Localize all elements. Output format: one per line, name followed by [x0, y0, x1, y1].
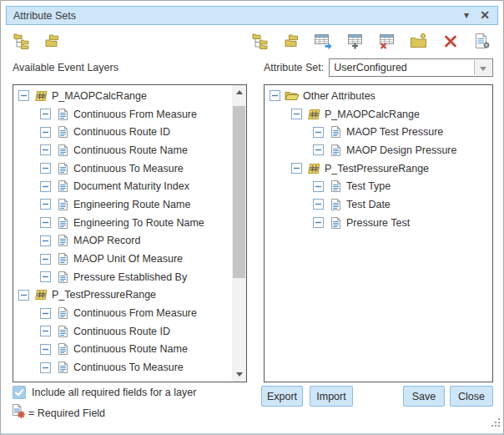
collapse-minus-icon[interactable] — [313, 127, 324, 138]
collapse-minus-icon[interactable] — [40, 199, 51, 210]
open-layer-folders-icon[interactable] — [43, 32, 63, 50]
tree-item-continuous-route-id[interactable]: Continuous Route ID — [13, 322, 246, 341]
collapse-minus-icon[interactable] — [40, 144, 51, 155]
tree-item-label: Continuous Route ID — [73, 126, 170, 138]
collapse-minus-icon[interactable] — [18, 290, 29, 301]
tree-item-label: P_MAOPCalcRange — [325, 109, 420, 120]
add-table-icon[interactable] — [345, 32, 365, 50]
tree-item-label: Test Type — [346, 180, 391, 192]
tree-item-maop-design-pressure[interactable]: MAOP Design Pressure — [265, 141, 492, 159]
vertical-scrollbar[interactable] — [232, 85, 246, 382]
tree-item-document-maturity-index[interactable]: Document Maturity Index — [13, 177, 246, 195]
attribute-set-value: UserConfigured — [334, 62, 407, 73]
doc-icon — [328, 144, 343, 157]
collapse-minus-icon[interactable] — [291, 163, 302, 174]
tree-item-test-date[interactable]: Test Date — [265, 195, 492, 214]
required-field-text: = Required Field — [28, 407, 105, 419]
attribute-set-row: Attribute Set: UserConfigured — [264, 58, 493, 77]
doc-icon — [328, 180, 343, 193]
collapse-minus-icon[interactable] — [270, 90, 280, 101]
attribute-set-label: Attribute Set: — [264, 62, 324, 73]
collapse-minus-icon[interactable] — [40, 344, 51, 355]
attribute-set-panel: Other AttributesP_MAOPCalcRangeMAOP Test… — [264, 84, 493, 382]
tree-item-engineering-to-route-name[interactable]: Engineering To Route Name — [13, 214, 246, 232]
tree-item-other-attributes[interactable]: Other Attributes — [265, 87, 492, 105]
tree-item-pressure-test[interactable]: Pressure Test — [265, 214, 492, 232]
scrollbar-thumb[interactable] — [233, 106, 245, 278]
export-table-icon[interactable] — [314, 32, 334, 50]
collapse-minus-icon[interactable] — [18, 90, 29, 101]
doc-icon — [328, 125, 343, 139]
export-button[interactable]: Export — [261, 386, 303, 407]
tree-item-label: Continuous Route ID — [73, 326, 170, 337]
expand-layer-tree-icon[interactable] — [12, 32, 32, 50]
collapse-minus-icon[interactable] — [40, 271, 51, 282]
collapse-minus-icon[interactable] — [40, 163, 51, 174]
include-required-label: Include all required fields for a layer — [32, 387, 196, 398]
tree-item-maop-test-pressure[interactable]: MAOP Test Pressure — [265, 123, 492, 141]
remove-table-icon[interactable] — [377, 32, 397, 50]
tree-item-p-testpressurerange[interactable]: P_TestPressureRange — [13, 286, 246, 305]
collapse-minus-icon[interactable] — [40, 217, 51, 228]
tree-item-continuous-route-id[interactable]: Continuous Route ID — [13, 123, 246, 141]
include-required-fields-row: Include all required fields for a layer — [13, 386, 196, 399]
tree-item-p-maopcalcrange[interactable]: P_MAOPCalcRange — [13, 87, 246, 105]
tree-item-continuous-to-measure[interactable]: Continuous To Measure — [13, 159, 246, 178]
delete-attribute-set-icon[interactable] — [441, 32, 461, 50]
scroll-down-icon[interactable] — [232, 367, 246, 382]
available-event-layers-panel: P_MAOPCalcRangeContinuous From MeasureCo… — [13, 84, 247, 382]
new-attribute-set-icon[interactable] — [409, 32, 429, 50]
tree-item-label: P_TestPressureRange — [325, 163, 429, 175]
collapse-minus-icon[interactable] — [40, 127, 51, 138]
layers-toolbar — [12, 32, 63, 50]
tree-item-maop-unit-of-measure[interactable]: MAOP Unit Of Measure — [13, 250, 246, 268]
close-button[interactable]: Close — [450, 386, 493, 407]
tree-item-test-type[interactable]: Test Type — [265, 177, 492, 195]
doc-icon — [55, 162, 70, 175]
scroll-up-icon[interactable] — [232, 85, 246, 99]
tree-item-continuous-from-measure[interactable]: Continuous From Measure — [13, 304, 246, 322]
collapse-minus-icon[interactable] — [291, 109, 302, 119]
resize-grip[interactable] — [491, 416, 501, 431]
folder-open-icon — [285, 90, 300, 102]
tree-item-continuous-route-name[interactable]: Continuous Route Name — [13, 341, 246, 359]
close-icon[interactable]: ✕ — [476, 7, 494, 24]
expand-set-tree-icon[interactable] — [250, 32, 270, 50]
collapse-minus-icon[interactable] — [313, 217, 324, 228]
collapse-minus-icon[interactable] — [40, 326, 51, 336]
tree-item-maop-record[interactable]: MAOP Record — [13, 232, 246, 250]
tree-item-p-maopcalcrange[interactable]: P_MAOPCalcRange — [265, 105, 492, 124]
collapse-minus-icon[interactable] — [40, 308, 51, 319]
tree-item-pressure-established-by[interactable]: Pressure Established By — [13, 268, 246, 286]
tree-item-label: Continuous Route Name — [73, 343, 188, 355]
collapse-panel-icon[interactable]: ▾ — [457, 7, 476, 24]
tree-item-label: P_TestPressureRange — [52, 289, 156, 301]
collapse-minus-icon[interactable] — [40, 362, 51, 373]
tree-item-continuous-to-measure[interactable]: Continuous To Measure — [13, 358, 246, 377]
collapse-minus-icon[interactable] — [40, 235, 51, 246]
doc-icon — [55, 108, 70, 121]
open-set-folders-icon[interactable] — [282, 32, 302, 50]
event-layer-icon — [33, 89, 48, 103]
attribute-set-dropdown[interactable]: UserConfigured — [329, 58, 493, 77]
tree-item-continuous-route-name[interactable]: Continuous Route Name — [13, 141, 246, 159]
collapse-minus-icon[interactable] — [313, 181, 324, 192]
doc-icon — [328, 198, 343, 211]
tree-item-continuous-from-measure[interactable]: Continuous From Measure — [13, 105, 246, 124]
tree-item-label: P_MAOPCalcRange — [52, 90, 147, 102]
include-required-checkbox[interactable] — [13, 386, 26, 399]
collapse-minus-icon[interactable] — [40, 254, 51, 265]
collapse-minus-icon[interactable] — [313, 144, 324, 155]
tree-item-engineering-route-name[interactable]: Engineering Route Name — [13, 195, 246, 214]
tree-item-label: Continuous Route Name — [73, 144, 188, 156]
attribute-set-properties-icon[interactable] — [472, 32, 492, 50]
save-button[interactable]: Save — [403, 386, 445, 407]
doc-icon — [55, 306, 70, 320]
window-title: Attribute Sets — [7, 10, 76, 22]
collapse-minus-icon[interactable] — [40, 181, 51, 192]
dropdown-button[interactable] — [474, 60, 491, 75]
collapse-minus-icon[interactable] — [313, 199, 324, 210]
tree-item-p-testpressurerange[interactable]: P_TestPressureRange — [265, 159, 492, 178]
collapse-minus-icon[interactable] — [40, 109, 51, 119]
import-button[interactable]: Import — [310, 386, 353, 407]
